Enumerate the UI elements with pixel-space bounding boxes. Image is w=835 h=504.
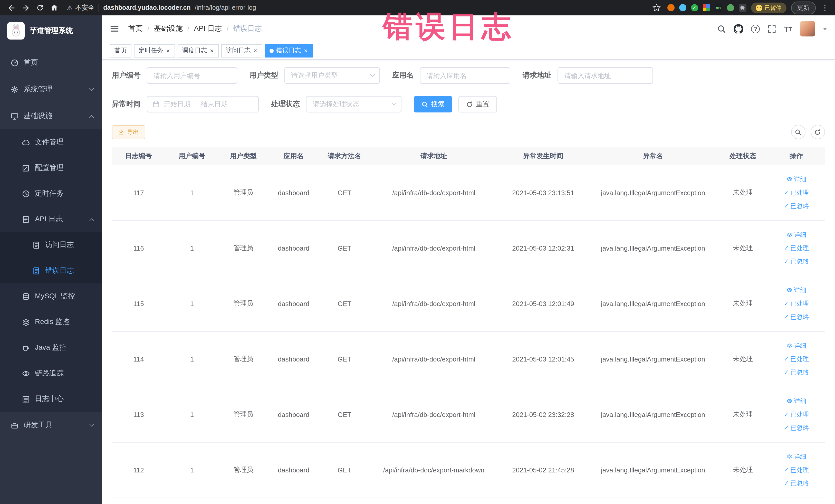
cell-app-name: dashboard bbox=[268, 387, 319, 442]
action-mark-processed[interactable]: ✓已处理 bbox=[784, 353, 809, 365]
app-name-input[interactable] bbox=[420, 67, 510, 84]
sidebar-item-file-mgmt[interactable]: 文件管理 bbox=[0, 129, 102, 155]
reload-icon[interactable] bbox=[34, 2, 46, 14]
close-icon[interactable]: × bbox=[253, 47, 258, 54]
toggle-search-button[interactable] bbox=[791, 125, 805, 139]
breadcrumb-api-log[interactable]: API 日志 bbox=[194, 24, 222, 33]
browser-menu-icon[interactable]: ⋮ bbox=[820, 3, 830, 12]
table-row: 117 1 管理员 dashboard GET /api/infra/db-do… bbox=[112, 165, 825, 220]
fullscreen-icon[interactable] bbox=[768, 24, 776, 33]
sidebar-item-dev-tools[interactable]: 研发工具 bbox=[0, 412, 102, 439]
tab-schedule-log[interactable]: 调度日志 × bbox=[178, 44, 219, 57]
action-detail[interactable]: 详细 bbox=[787, 173, 807, 185]
exception-time-range-picker[interactable]: 开始日期 - 结束日期 bbox=[147, 96, 259, 113]
action-detail[interactable]: 详细 bbox=[787, 395, 807, 407]
hamburger-icon[interactable] bbox=[110, 24, 119, 33]
process-status-select[interactable]: 请选择处理状态 bbox=[306, 96, 402, 113]
action-mark-ignored[interactable]: ✓已忽略 bbox=[784, 255, 809, 267]
search-button[interactable]: 搜索 bbox=[414, 96, 452, 113]
tab-access-log[interactable]: 访问日志 × bbox=[221, 44, 262, 57]
cell-log-id: 116 bbox=[112, 220, 165, 276]
close-icon[interactable]: × bbox=[303, 47, 308, 54]
close-icon[interactable]: × bbox=[166, 47, 170, 54]
sidebar-item-access-log[interactable]: 访问日志 bbox=[0, 232, 102, 258]
tab-home[interactable]: 首页 bbox=[110, 44, 131, 57]
refresh-table-button[interactable] bbox=[810, 125, 825, 139]
action-mark-ignored[interactable]: ✓已忽略 bbox=[784, 422, 809, 434]
bookmark-star-icon[interactable] bbox=[650, 2, 663, 14]
check-icon: ✓ bbox=[784, 369, 789, 375]
avatar[interactable] bbox=[799, 21, 815, 37]
security-chip[interactable]: ⚠ 不安全 bbox=[67, 3, 95, 12]
monitor-icon bbox=[10, 112, 19, 120]
extension-on-badge[interactable]: on bbox=[714, 4, 722, 12]
cell-log-id: 114 bbox=[112, 331, 165, 387]
cell-user-type: 管理员 bbox=[219, 442, 268, 498]
app-logo[interactable]: 芋道管理系统 bbox=[0, 15, 102, 46]
extension-drop-icon[interactable] bbox=[679, 4, 686, 11]
search-icon[interactable] bbox=[717, 24, 726, 33]
reset-button[interactable]: 重置 bbox=[459, 96, 497, 113]
avatar-caret-icon[interactable] bbox=[823, 27, 827, 30]
sidebar-item-error-log[interactable]: 错误日志 bbox=[0, 258, 102, 283]
cell-method: GET bbox=[319, 220, 370, 276]
close-icon[interactable]: × bbox=[209, 47, 214, 54]
sidebar-item-scheduled-jobs[interactable]: 定时任务 bbox=[0, 181, 102, 206]
url-host: dashboard.yudao.iocoder.cn bbox=[103, 4, 190, 11]
extension-grid-icon[interactable] bbox=[702, 4, 710, 11]
user-id-input[interactable] bbox=[147, 67, 237, 84]
sidebar-item-java-monitor[interactable]: Java 监控 bbox=[0, 335, 102, 361]
sidebar-item-api-log[interactable]: API 日志 bbox=[0, 206, 102, 232]
sidebar-item-trace[interactable]: 链路追踪 bbox=[0, 361, 102, 386]
action-detail[interactable]: 详细 bbox=[787, 450, 807, 463]
action-mark-processed[interactable]: ✓已处理 bbox=[784, 297, 809, 310]
breadcrumb-home[interactable]: 首页 bbox=[128, 24, 143, 33]
cell-user-id: 1 bbox=[165, 331, 219, 387]
action-mark-processed[interactable]: ✓已处理 bbox=[784, 186, 809, 199]
action-mark-processed[interactable]: ✓已处理 bbox=[784, 464, 809, 476]
home-icon[interactable] bbox=[48, 2, 61, 14]
extension-check-icon[interactable]: ✓ bbox=[691, 4, 698, 11]
cell-user-id: 1 bbox=[165, 276, 219, 331]
sidebar-item-config-mgmt[interactable]: 配置管理 bbox=[0, 155, 102, 181]
action-detail[interactable]: 详细 bbox=[787, 339, 807, 352]
sidebar-item-log-center[interactable]: 日志中心 bbox=[0, 386, 102, 412]
action-detail[interactable]: 详细 bbox=[787, 228, 807, 241]
tab-error-log[interactable]: 错误日志 × bbox=[265, 44, 313, 57]
action-mark-ignored[interactable]: ✓已忽略 bbox=[784, 477, 809, 489]
help-icon[interactable]: ? bbox=[751, 24, 760, 33]
user-type-select[interactable]: 请选择用户类型 bbox=[284, 67, 380, 84]
extension-orange-icon[interactable] bbox=[667, 4, 674, 11]
back-icon[interactable] bbox=[5, 2, 18, 14]
breadcrumb-infrastructure[interactable]: 基础设施 bbox=[154, 24, 183, 33]
sidebar-item-redis-monitor[interactable]: Redis 监控 bbox=[0, 309, 102, 335]
action-mark-ignored[interactable]: ✓已忽略 bbox=[784, 366, 809, 379]
sidebar-item-label: 定时任务 bbox=[35, 189, 64, 198]
sidebar-item-home[interactable]: 首页 bbox=[0, 49, 102, 76]
github-icon[interactable] bbox=[734, 24, 744, 34]
sidebar-item-infrastructure[interactable]: 基础设施 bbox=[0, 103, 102, 129]
sidebar-item-label: 文件管理 bbox=[35, 138, 64, 147]
request-url-input[interactable] bbox=[557, 67, 653, 84]
action-mark-ignored[interactable]: ✓已忽略 bbox=[784, 200, 809, 212]
font-size-icon[interactable]: TT bbox=[784, 24, 792, 33]
action-mark-ignored[interactable]: ✓已忽略 bbox=[784, 311, 809, 323]
action-mark-processed[interactable]: ✓已处理 bbox=[784, 408, 809, 421]
calendar-icon bbox=[152, 101, 160, 108]
browser-update-button[interactable]: 更新 bbox=[791, 1, 815, 14]
action-detail[interactable]: 详细 bbox=[787, 284, 807, 296]
logo-rabbit-icon bbox=[7, 22, 25, 40]
sidebar-item-mysql-monitor[interactable]: MySQL 监控 bbox=[0, 283, 102, 309]
eye-icon bbox=[787, 176, 793, 182]
tab-scheduled-jobs[interactable]: 定时任务 × bbox=[134, 44, 175, 57]
extension-puzzle-icon[interactable] bbox=[738, 4, 746, 12]
breadcrumb-current: 错误日志 bbox=[233, 24, 262, 33]
export-button[interactable]: 导出 bbox=[112, 125, 145, 139]
extension-leaf-icon[interactable] bbox=[727, 4, 734, 11]
cell-user-type: 管理员 bbox=[219, 331, 268, 387]
sidebar-item-system-mgmt[interactable]: 系统管理 bbox=[0, 76, 102, 103]
action-mark-processed[interactable]: ✓已处理 bbox=[784, 242, 809, 254]
profile-paused-badge[interactable]: 已暂停 bbox=[751, 2, 786, 13]
forward-icon[interactable] bbox=[20, 2, 32, 14]
address-bar[interactable]: ⚠ 不安全 dashboard.yudao.iocoder.cn/infra/l… bbox=[67, 3, 256, 12]
